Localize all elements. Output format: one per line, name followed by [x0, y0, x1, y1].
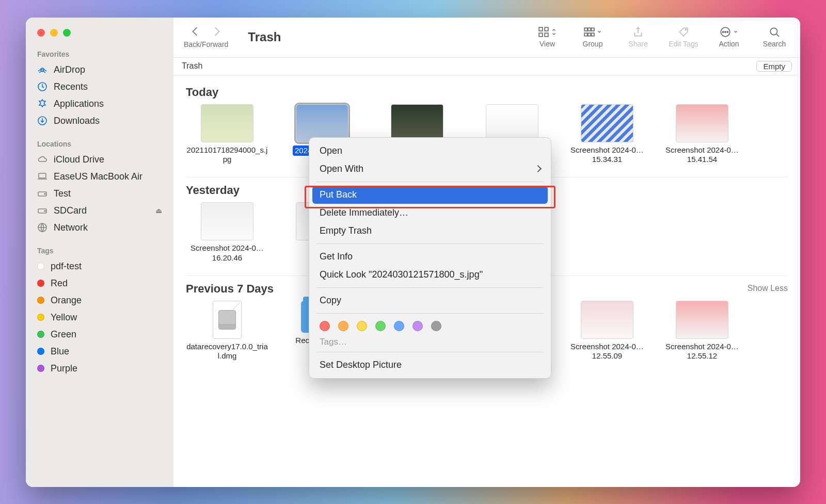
cloud-icon [37, 154, 47, 165]
sidebar-item-downloads[interactable]: Downloads [26, 112, 173, 129]
svg-point-22 [725, 31, 726, 32]
apps-icon [37, 99, 47, 109]
ctx-tags-label[interactable]: Tags… [309, 335, 551, 348]
tag-color-blue[interactable] [394, 321, 404, 331]
view-button[interactable]: View [532, 26, 563, 48]
file-item[interactable]: Screenshot 2024-0…15.34.31 [566, 104, 648, 165]
path-location: Trash [182, 61, 202, 71]
sidebar-item-label: iCloud Drive [54, 154, 104, 165]
svg-rect-15 [591, 28, 594, 31]
dmg-file-icon [213, 301, 242, 339]
close-window-button[interactable] [37, 29, 45, 37]
file-item[interactable]: Screenshot 2024-0…16.20.46 [186, 202, 268, 263]
sidebar-item-airdrop[interactable]: AirDrop [26, 61, 173, 78]
svg-rect-18 [591, 33, 594, 36]
svg-point-21 [723, 31, 724, 32]
file-item[interactable]: Screenshot 2024-0…12.55.09 [566, 301, 648, 362]
svg-rect-10 [545, 27, 548, 31]
back-forward-group: Back/Forward [184, 26, 228, 48]
zoom-window-button[interactable] [63, 29, 71, 37]
sidebar-tag-blue[interactable]: Blue [26, 343, 173, 360]
sidebar-item-test[interactable]: Test [26, 185, 173, 202]
file-name: Screenshot 2024-0…12.55.12 [661, 342, 743, 362]
thumbnail-icon [581, 104, 633, 142]
svg-rect-12 [545, 33, 548, 37]
sidebar-tag-orange[interactable]: Orange [26, 292, 173, 309]
tag-dot-icon [37, 314, 44, 321]
tag-color-yellow[interactable] [357, 321, 367, 331]
search-button[interactable]: Search [759, 26, 790, 48]
sidebar-item-recents[interactable]: Recents [26, 78, 173, 95]
sidebar-tag-pdf-test[interactable]: pdf-test [26, 258, 173, 275]
ctx-copy[interactable]: Copy [309, 291, 551, 310]
tag-color-green[interactable] [375, 321, 386, 331]
sidebar-tag-red[interactable]: Red [26, 275, 173, 292]
file-name: Screenshot 2024-0…16.20.46 [186, 243, 268, 263]
sidebar-item-label: Network [54, 222, 88, 233]
disk-icon [37, 205, 47, 216]
empty-trash-button[interactable]: Empty [756, 61, 792, 72]
sidebar-item-label: Applications [54, 99, 104, 109]
file-item[interactable]: Screenshot 2024-0…15.41.54 [661, 104, 743, 165]
globe-icon [37, 222, 47, 233]
ctx-get-info[interactable]: Get Info [309, 248, 551, 266]
forward-button[interactable] [211, 26, 223, 39]
file-name: Screenshot 2024-0…15.34.31 [566, 145, 648, 165]
group-header-previous7: Previous 7 Days [186, 276, 274, 301]
window-title: Trash [248, 30, 281, 44]
eject-icon[interactable]: ⏏ [155, 206, 162, 215]
file-name: 2021101718294000_s.jpg [186, 145, 268, 165]
svg-point-23 [727, 31, 728, 32]
ctx-tag-colors [309, 317, 551, 335]
show-less-button[interactable]: Show Less [748, 284, 788, 293]
tag-dot-icon [37, 263, 44, 270]
share-button: Share [623, 26, 654, 48]
sidebar-section-favorites: Favorites [26, 47, 173, 61]
tag-label: Yellow [51, 312, 77, 323]
sidebar-item-icloud[interactable]: iCloud Drive [26, 151, 173, 168]
ctx-set-desktop[interactable]: Set Desktop Picture [309, 356, 551, 374]
ctx-quick-look[interactable]: Quick Look "2024030121571800_s.jpg" [309, 266, 551, 284]
tag-color-orange[interactable] [338, 321, 348, 331]
sidebar-item-applications[interactable]: Applications [26, 95, 173, 112]
tag-color-red[interactable] [320, 321, 330, 331]
file-item[interactable]: 2021101718294000_s.jpg [186, 104, 268, 165]
tag-label: Orange [51, 295, 82, 306]
group-button[interactable]: Group [577, 26, 608, 48]
airdrop-icon [37, 64, 47, 75]
ctx-open-with[interactable]: Open With [309, 160, 551, 178]
separator [316, 313, 544, 314]
tag-dot-icon [37, 280, 44, 287]
tag-label: Red [51, 278, 68, 289]
file-name: Screenshot 2024-0…12.55.09 [566, 342, 648, 362]
sidebar-item-label: Test [54, 188, 71, 199]
sidebar-tag-yellow[interactable]: Yellow [26, 309, 173, 326]
ctx-delete-immediately[interactable]: Delete Immediately… [309, 204, 551, 222]
sidebar-item-sdcard[interactable]: SDCard ⏏ [26, 202, 173, 219]
minimize-window-button[interactable] [50, 29, 58, 37]
tag-color-gray[interactable] [431, 321, 441, 331]
thumbnail-icon [676, 104, 728, 142]
file-item[interactable]: datarecovery17.0.0_trial.dmg [186, 301, 268, 362]
sidebar-tag-green[interactable]: Green [26, 326, 173, 343]
file-item[interactable]: Screenshot 2024-0…12.55.12 [661, 301, 743, 362]
window-controls [26, 25, 173, 47]
tag-dot-icon [37, 348, 44, 355]
back-button[interactable] [189, 26, 201, 39]
hdd-icon [218, 310, 236, 330]
tag-color-purple[interactable] [412, 321, 423, 331]
action-button[interactable]: Action [713, 26, 744, 48]
sidebar-item-network[interactable]: Network [26, 219, 173, 236]
svg-rect-9 [539, 27, 543, 31]
ctx-open[interactable]: Open [309, 142, 551, 160]
sidebar-item-macbook[interactable]: EaseUS MacBook Air [26, 168, 173, 185]
tag-label: Green [51, 329, 76, 340]
toolbar-label: Share [628, 40, 647, 48]
ctx-empty-trash[interactable]: Empty Trash [309, 222, 551, 240]
path-bar: Trash Empty [173, 58, 800, 75]
ctx-put-back[interactable]: Put Back [312, 186, 548, 204]
separator [316, 243, 544, 244]
group-header-today: Today [186, 79, 788, 104]
sidebar-tag-purple[interactable]: Purple [26, 360, 173, 377]
svg-rect-3 [39, 173, 46, 178]
